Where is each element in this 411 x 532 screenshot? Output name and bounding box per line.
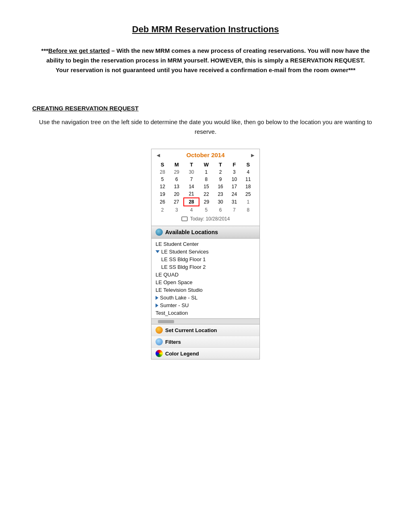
location-label: LE SS Bldg Floor 1 <box>161 256 206 262</box>
location-item[interactable]: LE Open Space <box>152 278 259 286</box>
cal-day-cell[interactable]: 16 <box>214 183 227 190</box>
cal-day-cell[interactable]: 7 <box>227 206 241 214</box>
cal-day-cell[interactable]: 5 <box>156 176 169 183</box>
cal-day-header: T <box>214 161 227 168</box>
cal-day-cell[interactable]: 21 <box>184 190 199 198</box>
location-item[interactable]: LE Student Center <box>152 240 259 248</box>
cal-day-cell[interactable]: 8 <box>199 176 214 183</box>
cal-day-cell[interactable]: 2 <box>156 206 169 214</box>
cal-day-header: T <box>184 161 199 168</box>
cal-day-cell[interactable]: 12 <box>156 183 169 190</box>
cal-day-header: F <box>227 161 241 168</box>
gear-icon <box>156 338 163 345</box>
widget-container: ◄ October 2014 ► SMTWTFS 282930123456789… <box>151 149 260 360</box>
cal-day-cell[interactable]: 6 <box>169 176 184 183</box>
intro-warning-prefix: *** <box>41 47 48 54</box>
cal-day-cell[interactable]: 9 <box>214 176 227 183</box>
location-label: Sumter - SU <box>160 302 189 308</box>
btn-label: Set Current Location <box>165 327 217 333</box>
location-label: Test_Location <box>156 310 188 316</box>
cal-day-cell[interactable]: 1 <box>199 168 214 176</box>
cal-day-cell[interactable]: 4 <box>241 168 255 176</box>
calendar-grid: SMTWTFS 28293012345678910111213141516171… <box>156 161 255 214</box>
cal-day-cell[interactable]: 15 <box>199 183 214 190</box>
page-title: Deb MRM Reservation Instructions <box>32 24 379 35</box>
horizontal-scrollbar[interactable] <box>152 318 259 324</box>
location-label: LE Television Studio <box>156 287 203 293</box>
cal-day-header: M <box>169 161 184 168</box>
location-label: LE QUAD <box>156 272 179 278</box>
calendar-today-label: Today: 10/28/2014 <box>190 216 230 222</box>
cal-day-cell[interactable]: 27 <box>169 198 184 206</box>
cal-day-cell[interactable]: 22 <box>199 190 214 198</box>
intro-underline: Before we get started <box>48 47 110 54</box>
calendar-title: October 2014 <box>186 152 224 158</box>
cal-day-cell[interactable]: 6 <box>214 206 227 214</box>
cal-day-cell[interactable]: 2 <box>214 168 227 176</box>
btn-label: Filters <box>165 339 181 345</box>
calendar: ◄ October 2014 ► SMTWTFS 282930123456789… <box>152 149 259 226</box>
cal-day-cell[interactable]: 28 <box>184 198 199 206</box>
cal-day-cell[interactable]: 20 <box>169 190 184 198</box>
bottom-btn-filters[interactable]: Filters <box>152 336 259 348</box>
location-list[interactable]: LE Student CenterLE Student ServicesLE S… <box>152 239 259 318</box>
color-icon <box>156 350 163 357</box>
location-label: South Lake - SL <box>160 295 197 301</box>
cal-day-cell[interactable]: 18 <box>241 183 255 190</box>
cal-day-cell[interactable]: 5 <box>199 206 214 214</box>
cal-day-cell[interactable]: 11 <box>241 176 255 183</box>
cal-day-cell[interactable]: 7 <box>184 176 199 183</box>
bottom-btn-set-current-location[interactable]: Set Current Location <box>152 324 259 336</box>
avail-header-text: Available Locations <box>165 229 218 235</box>
location-label: LE Open Space <box>156 279 193 285</box>
avail-locations-header: Available Locations <box>152 226 259 239</box>
cal-day-cell[interactable]: 19 <box>156 190 169 198</box>
cal-day-cell[interactable]: 8 <box>241 206 255 214</box>
scroll-thumb <box>158 320 174 323</box>
location-item[interactable]: South Lake - SL <box>152 294 259 301</box>
bottom-buttons: Set Current LocationFiltersColor Legend <box>152 324 259 359</box>
section-description: Use the navigation tree on the left side… <box>32 117 379 137</box>
location-label: LE Student Center <box>156 241 199 247</box>
location-item[interactable]: Sumter - SU <box>152 301 259 309</box>
calendar-header: ◄ October 2014 ► <box>156 152 255 158</box>
arrow-right-icon <box>156 296 158 300</box>
btn-label: Color Legend <box>165 351 199 357</box>
avail-header-icon <box>156 229 163 236</box>
bottom-btn-color-legend[interactable]: Color Legend <box>152 348 259 359</box>
cal-day-cell[interactable]: 24 <box>227 190 241 198</box>
cal-day-cell[interactable]: 1 <box>241 198 255 206</box>
location-item[interactable]: LE SS Bldg Floor 2 <box>152 263 259 271</box>
cal-day-cell[interactable]: 25 <box>241 190 255 198</box>
cal-day-cell[interactable]: 23 <box>214 190 227 198</box>
cal-day-cell[interactable]: 14 <box>184 183 199 190</box>
location-item[interactable]: LE Television Studio <box>152 286 259 294</box>
widget-area: ◄ October 2014 ► SMTWTFS 282930123456789… <box>32 149 379 360</box>
location-item[interactable]: Test_Location <box>152 309 259 317</box>
cal-day-cell[interactable]: 30 <box>214 198 227 206</box>
location-label: LE SS Bldg Floor 2 <box>161 264 206 270</box>
calendar-today-row: Today: 10/28/2014 <box>156 216 255 222</box>
location-label: LE Student Services <box>161 249 209 255</box>
cal-day-header: S <box>156 161 169 168</box>
cal-day-cell[interactable]: 26 <box>156 198 169 206</box>
cal-day-cell[interactable]: 3 <box>227 168 241 176</box>
arrow-down-icon <box>156 250 160 253</box>
location-item[interactable]: LE SS Bldg Floor 1 <box>152 256 259 263</box>
cal-day-cell[interactable]: 13 <box>169 183 184 190</box>
calendar-prev-button[interactable]: ◄ <box>156 152 161 158</box>
cal-day-cell[interactable]: 31 <box>227 198 241 206</box>
location-item[interactable]: LE Student Services <box>152 248 259 256</box>
location-item[interactable]: LE QUAD <box>152 271 259 278</box>
cal-day-cell[interactable]: 4 <box>184 206 199 214</box>
cal-day-cell[interactable]: 10 <box>227 176 241 183</box>
cal-day-cell[interactable]: 17 <box>227 183 241 190</box>
cal-day-cell[interactable]: 3 <box>169 206 184 214</box>
section-heading: CREATING RESERVATION REQUEST <box>32 105 379 112</box>
cal-day-cell[interactable]: 28 <box>156 168 169 176</box>
cal-day-cell[interactable]: 29 <box>169 168 184 176</box>
cal-day-cell[interactable]: 29 <box>199 198 214 206</box>
calendar-today-icon <box>181 216 188 221</box>
calendar-next-button[interactable]: ► <box>250 152 255 158</box>
cal-day-cell[interactable]: 30 <box>184 168 199 176</box>
